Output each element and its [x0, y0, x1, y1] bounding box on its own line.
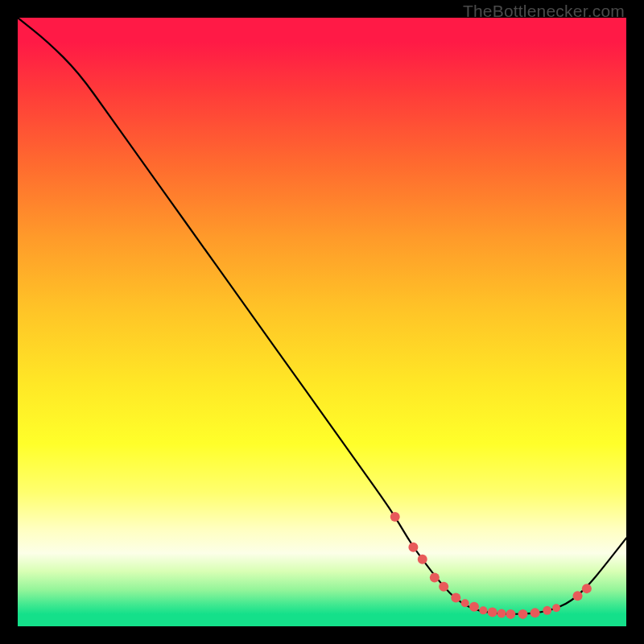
credit-label: TheBottlenecker.com: [463, 2, 625, 21]
data-marker: [479, 606, 487, 614]
data-marker: [439, 582, 448, 592]
marker-group: [390, 512, 592, 619]
data-marker: [497, 609, 506, 618]
bottleneck-curve: [18, 18, 626, 614]
data-marker: [408, 543, 418, 552]
data-marker: [552, 604, 560, 612]
data-marker: [573, 591, 583, 601]
chart-frame: TheBottlenecker.com: [0, 0, 644, 644]
data-marker: [488, 608, 497, 617]
data-marker: [506, 609, 515, 619]
data-marker: [582, 584, 592, 593]
data-marker: [469, 602, 479, 612]
data-marker: [418, 555, 427, 564]
data-marker: [430, 573, 440, 583]
data-marker: [451, 592, 460, 602]
data-marker: [543, 606, 551, 615]
data-marker: [461, 599, 469, 607]
data-marker: [390, 512, 400, 522]
chart-svg: [18, 18, 626, 626]
data-marker: [530, 608, 540, 617]
data-marker: [518, 609, 527, 619]
chart-plot-area: [18, 18, 626, 626]
